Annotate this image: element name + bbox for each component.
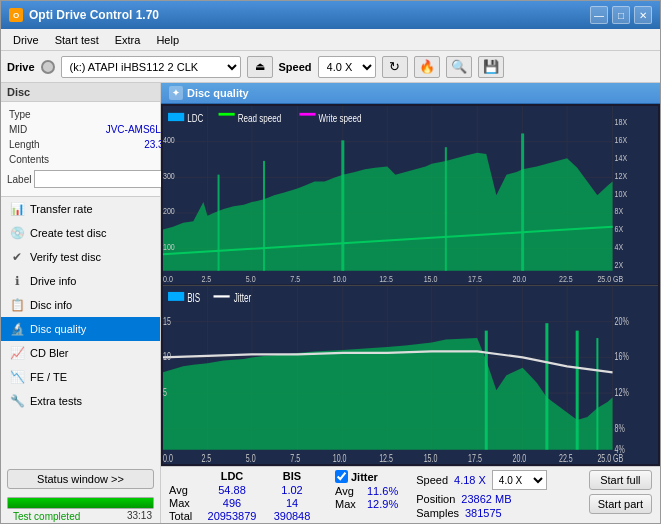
ldc-bis-stats: LDC BIS Avg 54.88 1.02 Max 496 14 Total … xyxy=(169,470,317,522)
lower-chart-svg: BIS Jitter 20% 16% 12% 8% xyxy=(163,286,658,465)
drive-disc-icon xyxy=(41,60,55,74)
refresh-button[interactable]: ↻ xyxy=(382,56,408,78)
svg-text:16%: 16% xyxy=(615,351,629,363)
speed-stat-select[interactable]: 4.0 X xyxy=(492,470,547,490)
right-panel: ✦ Disc quality xyxy=(161,83,660,524)
svg-text:15.0: 15.0 xyxy=(424,273,438,284)
app-title: Opti Drive Control 1.70 xyxy=(29,8,159,22)
create-test-disc-icon: 💿 xyxy=(9,226,25,240)
svg-text:6X: 6X xyxy=(615,223,624,234)
status-window-button[interactable]: Status window >> xyxy=(7,469,154,489)
avg-bis: 1.02 xyxy=(267,484,317,496)
svg-text:10X: 10X xyxy=(615,188,628,199)
svg-text:12%: 12% xyxy=(615,386,629,398)
scan-button[interactable]: 🔍 xyxy=(446,56,472,78)
disc-quality-panel-icon: ✦ xyxy=(169,86,183,100)
sidebar-item-disc-quality[interactable]: 🔬 Disc quality xyxy=(1,317,160,341)
svg-text:17.5: 17.5 xyxy=(468,273,482,284)
disc-info-panel: Type BD-R MID JVC-AMS6L (001) Length 23.… xyxy=(1,102,160,196)
start-part-button[interactable]: Start part xyxy=(589,494,652,514)
svg-text:LDC: LDC xyxy=(187,112,203,125)
svg-text:18X: 18X xyxy=(615,116,628,127)
verify-test-disc-label: Verify test disc xyxy=(30,251,101,263)
main-layout: Disc Type BD-R MID JVC-AMS6L (001) xyxy=(1,83,660,524)
svg-text:10: 10 xyxy=(163,351,171,363)
max-label: Max xyxy=(169,497,197,509)
time-text: 33:13 xyxy=(127,510,154,523)
status-text: Test completed xyxy=(7,510,86,523)
sidebar-item-create-test-disc[interactable]: 💿 Create test disc xyxy=(1,221,160,245)
sidebar-item-transfer-rate[interactable]: 📊 Transfer rate xyxy=(1,197,160,221)
speed-selector[interactable]: 4.0 X xyxy=(318,56,376,78)
avg-ldc: 54.88 xyxy=(201,484,263,496)
svg-rect-19 xyxy=(299,113,315,116)
speed-label: Speed xyxy=(279,61,312,73)
start-full-button[interactable]: Start full xyxy=(589,470,652,490)
samples-value: 381575 xyxy=(465,507,502,519)
mid-label: MID xyxy=(9,123,65,136)
fe-te-label: FE / TE xyxy=(30,371,67,383)
maximize-button[interactable]: □ xyxy=(612,6,630,24)
samples-label: Samples xyxy=(416,507,459,519)
sidebar-bottom: Status window >> Test completed 33:13 xyxy=(1,463,160,524)
svg-text:14X: 14X xyxy=(615,152,628,163)
jitter-checkbox[interactable] xyxy=(335,470,348,483)
svg-text:20.0: 20.0 xyxy=(513,273,527,284)
total-bis: 390848 xyxy=(267,510,317,522)
jitter-avg-value: 11.6% xyxy=(367,485,398,497)
svg-text:Read speed: Read speed xyxy=(238,112,282,125)
svg-text:12X: 12X xyxy=(615,170,628,181)
burn-button[interactable]: 🔥 xyxy=(414,56,440,78)
disc-mid-row: MID JVC-AMS6L (001) xyxy=(9,123,186,136)
svg-text:8%: 8% xyxy=(615,422,625,434)
svg-text:15.0: 15.0 xyxy=(424,452,438,464)
menu-extra[interactable]: Extra xyxy=(107,32,149,48)
label-field-label: Label xyxy=(7,174,31,185)
menu-help[interactable]: Help xyxy=(148,32,187,48)
window-controls[interactable]: — □ ✕ xyxy=(590,6,652,24)
drive-label: Drive xyxy=(7,61,35,73)
svg-text:100: 100 xyxy=(163,241,175,252)
svg-text:300: 300 xyxy=(163,170,175,181)
disc-header: Type BD-R MID JVC-AMS6L (001) Length 23.… xyxy=(7,106,154,188)
speed-stat-label: Speed xyxy=(416,474,448,486)
eject-button[interactable]: ⏏ xyxy=(247,56,273,78)
svg-text:Write speed: Write speed xyxy=(319,112,362,125)
svg-text:5.0: 5.0 xyxy=(246,452,256,464)
menu-bar: Drive Start test Extra Help xyxy=(1,29,660,51)
app-icon: O xyxy=(9,8,23,22)
close-button[interactable]: ✕ xyxy=(634,6,652,24)
sidebar-item-extra-tests[interactable]: 🔧 Extra tests xyxy=(1,389,160,413)
speed-position-stats: Speed 4.18 X 4.0 X Position 23862 MB Sam… xyxy=(416,470,547,519)
drive-info-label: Drive info xyxy=(30,275,76,287)
label-input[interactable] xyxy=(34,170,167,188)
sidebar-item-drive-info[interactable]: ℹ Drive info xyxy=(1,269,160,293)
svg-text:10.0: 10.0 xyxy=(333,273,347,284)
sidebar-item-cd-bler[interactable]: 📈 CD Bler xyxy=(1,341,160,365)
sidebar-item-disc-info[interactable]: 📋 Disc info xyxy=(1,293,160,317)
svg-text:0.0: 0.0 xyxy=(163,452,173,464)
svg-text:12.5: 12.5 xyxy=(379,273,393,284)
minimize-button[interactable]: — xyxy=(590,6,608,24)
upper-chart-svg: LDC Read speed Write speed xyxy=(163,106,658,285)
sidebar-item-fe-te[interactable]: 📉 FE / TE xyxy=(1,365,160,389)
burn-icon: 🔥 xyxy=(419,59,435,74)
stats-row: LDC BIS Avg 54.88 1.02 Max 496 14 Total … xyxy=(161,466,660,524)
transfer-rate-label: Transfer rate xyxy=(30,203,93,215)
jitter-avg-label: Avg xyxy=(335,485,363,497)
svg-text:16X: 16X xyxy=(615,134,628,145)
nav-menu: 📊 Transfer rate 💿 Create test disc ✔ Ver… xyxy=(1,197,160,413)
svg-text:20.0: 20.0 xyxy=(513,452,527,464)
scan-icon: 🔍 xyxy=(451,59,467,74)
svg-text:12.5: 12.5 xyxy=(379,452,393,464)
create-test-disc-label: Create test disc xyxy=(30,227,106,239)
save-button[interactable]: 💾 xyxy=(478,56,504,78)
disc-contents-row: Contents data xyxy=(9,153,186,166)
menu-start-test[interactable]: Start test xyxy=(47,32,107,48)
jitter-col-header: Jitter xyxy=(351,471,378,483)
menu-drive[interactable]: Drive xyxy=(5,32,47,48)
sidebar-item-verify-test-disc[interactable]: ✔ Verify test disc xyxy=(1,245,160,269)
disc-type-row: Type BD-R xyxy=(9,108,186,121)
drive-selector[interactable]: (k:) ATAPI iHBS112 2 CLK xyxy=(61,56,241,78)
svg-text:Jitter: Jitter xyxy=(234,291,252,304)
